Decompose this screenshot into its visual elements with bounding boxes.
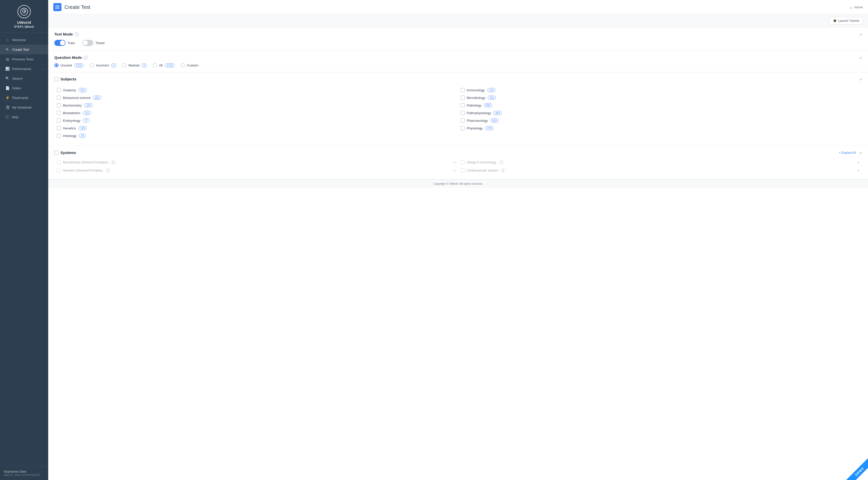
- home-link[interactable]: ⌂ Home: [850, 5, 863, 9]
- subject-physiology[interactable]: Physiology 278: [458, 124, 862, 132]
- biochemistry-gp-expand[interactable]: +: [454, 160, 456, 164]
- behavioral-checkbox[interactable]: [57, 96, 61, 100]
- demo-badge: DEMO: [845, 457, 868, 480]
- pathology-label: Pathology: [467, 103, 482, 107]
- radio-custom[interactable]: Custom: [181, 63, 198, 67]
- demo-badge-label: DEMO: [846, 458, 868, 480]
- subject-immunology[interactable]: Immunology 132: [458, 86, 862, 94]
- physiology-checkbox[interactable]: [461, 126, 465, 130]
- biochemistry-gp-checkbox[interactable]: [57, 160, 61, 164]
- pharmacology-checkbox[interactable]: [461, 119, 465, 123]
- subject-biochemistry[interactable]: Biochemistry 164: [54, 101, 458, 109]
- secondary-bar: 🎓 Launch Tutorial: [48, 14, 868, 27]
- subject-biostatistics[interactable]: Biostatistics 121: [54, 109, 458, 117]
- allergy-expand[interactable]: +: [857, 160, 859, 164]
- subject-histology[interactable]: Histology 29: [54, 132, 458, 139]
- all-badge: 3732: [165, 63, 175, 67]
- radio-all-label: All: [159, 63, 162, 67]
- expand-all-button[interactable]: + Expand All: [839, 151, 856, 155]
- subject-genetics[interactable]: Genetics 109: [54, 124, 458, 132]
- subjects-master-checkbox[interactable]: [54, 77, 58, 81]
- systems-collapse[interactable]: ∧: [859, 151, 862, 155]
- radio-custom-circle[interactable]: [181, 63, 185, 67]
- behavioral-badge: 261: [93, 96, 101, 100]
- topbar: Create Test ⌂ Home: [48, 0, 868, 14]
- radio-marked[interactable]: Marked 0: [122, 63, 147, 67]
- flash-icon: ⚡: [5, 96, 10, 100]
- question-mode-collapse[interactable]: ∧: [859, 56, 862, 60]
- subject-pathology[interactable]: Pathology 850: [458, 101, 862, 109]
- launch-tutorial-button[interactable]: 🎓 Launch Tutorial: [829, 17, 863, 25]
- cardiovascular-checkbox[interactable]: [461, 168, 465, 172]
- subject-pharmacology[interactable]: Pharmacology 553: [458, 117, 862, 124]
- microbiology-label: Microbiology: [467, 96, 485, 100]
- sidebar-item-performance[interactable]: 📊 Performance ›: [0, 64, 48, 73]
- radio-incorrect-circle[interactable]: [90, 63, 94, 67]
- test-mode-collapse[interactable]: ∧: [859, 32, 862, 36]
- immunology-badge: 132: [487, 88, 495, 92]
- app-sub-name: STEP1 QBank: [14, 25, 34, 28]
- subject-behavioral-science[interactable]: Behavioral science 261: [54, 94, 458, 101]
- anatomy-checkbox[interactable]: [57, 88, 61, 92]
- sidebar-item-create-test[interactable]: ✎ Create Test: [0, 45, 48, 54]
- embryology-checkbox[interactable]: [57, 119, 61, 123]
- tutor-label: Tutor: [67, 41, 75, 45]
- sidebar-item-help[interactable]: ? Help: [0, 112, 48, 122]
- radio-marked-circle[interactable]: [122, 63, 127, 67]
- subject-embryology[interactable]: Embryology 77: [54, 117, 458, 124]
- timed-toggle[interactable]: [82, 40, 93, 46]
- chart-icon: 📊: [5, 67, 10, 71]
- subject-anatomy[interactable]: Anatomy 313: [54, 86, 458, 94]
- sidebar-item-flashcards[interactable]: ⚡ Flashcards: [0, 93, 48, 102]
- cardiovascular-expand[interactable]: +: [857, 168, 859, 172]
- question-mode-info-icon[interactable]: i: [84, 56, 88, 60]
- sidebar-item-previous-tests[interactable]: ▤ Previous Tests: [0, 54, 48, 64]
- histology-checkbox[interactable]: [57, 134, 61, 138]
- radio-unused-circle[interactable]: [54, 63, 59, 67]
- tutor-toggle[interactable]: [54, 40, 65, 46]
- systems-title-group: Systems: [54, 151, 76, 155]
- list-icon: ▤: [5, 57, 10, 61]
- biostatistics-badge: 121: [83, 111, 91, 115]
- radio-marked-label: Marked: [128, 63, 140, 67]
- immunology-checkbox[interactable]: [461, 88, 465, 92]
- subjects-collapse[interactable]: ∧: [859, 77, 862, 81]
- microbiology-checkbox[interactable]: [461, 96, 465, 100]
- biochemistry-checkbox[interactable]: [57, 103, 61, 107]
- genetics-checkbox[interactable]: [57, 126, 61, 130]
- radio-all[interactable]: All 3732: [153, 63, 175, 67]
- histology-label: Histology: [63, 134, 76, 138]
- system-cardiovascular: Cardiovascular System 0 +: [458, 166, 862, 174]
- system-genetics-gp: Genetics (General Principles) 0 +: [54, 166, 458, 174]
- allergy-badge: 0: [499, 160, 504, 164]
- genetics-gp-checkbox[interactable]: [57, 168, 61, 172]
- allergy-checkbox[interactable]: [461, 160, 465, 164]
- radio-incorrect[interactable]: Incorrect 0: [90, 63, 116, 67]
- subject-pathophysiology[interactable]: Pathophysiology 493: [458, 109, 862, 117]
- microbiology-badge: 352: [488, 96, 496, 100]
- radio-all-circle[interactable]: [153, 63, 157, 67]
- sidebar-item-label: Performance: [12, 67, 31, 71]
- radio-unused-label: Unused: [60, 63, 72, 67]
- menu-button[interactable]: [53, 3, 61, 11]
- sidebar-item-label: Help: [12, 115, 19, 119]
- sidebar-item-notes[interactable]: 📄 Notes: [0, 83, 48, 93]
- subject-microbiology[interactable]: Microbiology 352: [458, 94, 862, 101]
- pathophysiology-checkbox[interactable]: [461, 111, 465, 115]
- genetics-gp-expand[interactable]: +: [454, 168, 456, 172]
- expiry-date: May 07, 2024 12:00 PM EDT: [4, 473, 44, 476]
- biostatistics-checkbox[interactable]: [57, 111, 61, 115]
- expiry-title: Expiration Date: [4, 470, 44, 473]
- systems-master-checkbox[interactable]: [54, 151, 58, 155]
- pathology-badge: 850: [484, 103, 492, 107]
- radio-unused[interactable]: Unused 3732: [54, 63, 84, 67]
- tutorial-icon: 🎓: [833, 19, 837, 23]
- edit-icon: ✎: [5, 47, 10, 52]
- sidebar-item-my-notebook[interactable]: 📓 My Notebook: [0, 102, 48, 112]
- test-mode-info-icon[interactable]: i: [74, 32, 79, 36]
- pathology-checkbox[interactable]: [461, 103, 465, 107]
- test-mode-section: Test Mode i ∧ Tutor Timed: [48, 27, 868, 51]
- sidebar-item-welcome[interactable]: ⌂ Welcome: [0, 35, 48, 45]
- sidebar-item-search[interactable]: 🔍 Search: [0, 73, 48, 83]
- systems-section: Systems + Expand All ∧ Biochemistry (Gen…: [48, 146, 868, 179]
